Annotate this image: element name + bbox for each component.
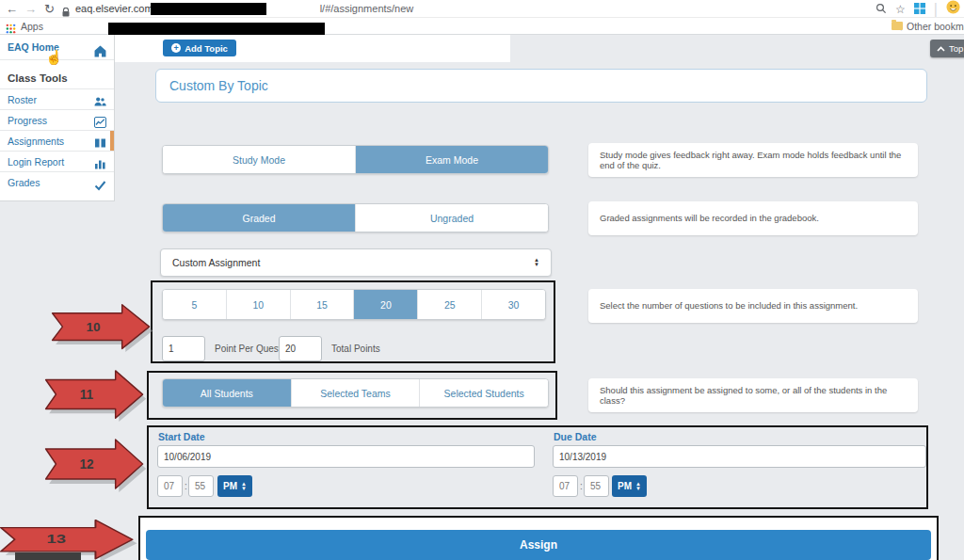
- start-date-label: Start Date: [158, 431, 205, 442]
- due-date-input[interactable]: 10/13/2019: [553, 445, 926, 468]
- question-count-toggle: 5 10 15 20 25 30: [162, 289, 546, 320]
- input-value: 20: [285, 344, 296, 354]
- help-label: Should this assignment be assigned to so…: [600, 385, 907, 407]
- add-topic-button[interactable]: + Add Topic: [163, 40, 236, 56]
- bookmark-star-icon[interactable]: ☆: [895, 3, 906, 16]
- profile-avatar[interactable]: [946, 0, 960, 18]
- apps-label[interactable]: Apps: [21, 21, 43, 32]
- line-chart-icon: [94, 114, 106, 126]
- all-students-option[interactable]: All Students: [163, 379, 292, 407]
- option-label: 30: [508, 299, 520, 311]
- time-separator: :: [185, 481, 187, 491]
- option-label: Exam Mode: [426, 154, 478, 166]
- question-count-option-5[interactable]: 5: [163, 290, 227, 319]
- extension-grid-icon[interactable]: [914, 1, 925, 18]
- help-label: Select the number of questions to be inc…: [600, 300, 858, 311]
- home-icon: [94, 41, 106, 54]
- annotation-arrow-12: 12: [42, 438, 148, 492]
- plus-icon: +: [171, 43, 181, 53]
- url-path-suffix: l/#/assignments/new: [320, 3, 414, 14]
- meridiem-caret-icon: ▲▼: [241, 482, 247, 491]
- option-label: Selected Students: [444, 388, 524, 399]
- point-per-question-input[interactable]: 1: [162, 336, 205, 361]
- start-hour-input[interactable]: 07: [157, 475, 183, 497]
- assign-button[interactable]: Assign: [146, 530, 931, 560]
- question-count-option-10[interactable]: 10: [227, 290, 291, 319]
- audience-help-text: Should this assignment be assigned to so…: [588, 378, 918, 412]
- back-icon[interactable]: ←: [6, 1, 18, 17]
- arrow-number: 11: [80, 386, 94, 402]
- assign-label: Assign: [520, 538, 557, 552]
- option-label: 10: [252, 299, 264, 311]
- sidebar-section-title: Class Tools: [0, 67, 114, 89]
- sidebar-item-roster[interactable]: Roster: [0, 89, 114, 110]
- users-icon: [94, 93, 106, 105]
- exam-mode-option[interactable]: Exam Mode: [356, 146, 548, 173]
- active-item-marker: [110, 131, 114, 151]
- start-date-input[interactable]: 10/06/2019: [157, 445, 535, 468]
- question-count-option-20[interactable]: 20: [354, 290, 418, 319]
- question-count-help-text: Select the number of questions to be inc…: [588, 289, 918, 323]
- study-mode-option[interactable]: Study Mode: [163, 146, 356, 173]
- bar-chart-icon: [94, 155, 106, 168]
- sidebar-item-grades[interactable]: Grades: [0, 172, 114, 193]
- due-date-label: Due Date: [554, 431, 597, 442]
- total-points-input[interactable]: 20: [279, 336, 322, 361]
- input-value: 10/13/2019: [559, 452, 606, 462]
- option-label: Graded: [242, 213, 275, 224]
- due-meridiem-toggle[interactable]: PM ▲▼: [612, 475, 647, 497]
- sidebar-item-progress[interactable]: Progress: [0, 110, 114, 131]
- input-value: 1: [169, 344, 174, 354]
- option-label: Study Mode: [233, 154, 285, 166]
- meridiem-caret-icon: ▲▼: [635, 482, 641, 491]
- redacted-bookmark: [108, 23, 325, 35]
- cursor-hand-icon: ☝: [45, 49, 63, 66]
- option-label: 20: [380, 299, 392, 311]
- arrow-number: 10: [86, 320, 100, 334]
- option-label: 15: [316, 299, 328, 311]
- bookmarks-bar: Apps | Other bookmarks: [0, 18, 964, 35]
- input-value: 55: [590, 481, 601, 491]
- sidebar-item-login-report[interactable]: Login Report: [0, 152, 114, 172]
- help-label: Graded assignments will be recorded in t…: [600, 213, 819, 223]
- selected-students-option[interactable]: Selected Students: [420, 379, 548, 407]
- question-count-option-30[interactable]: 30: [482, 290, 545, 319]
- search-icon[interactable]: [876, 1, 887, 18]
- chevron-up-icon: [937, 43, 945, 54]
- time-separator: :: [580, 481, 583, 491]
- page-title: Custom By Topic: [169, 78, 268, 93]
- question-count-option-15[interactable]: 15: [291, 290, 355, 319]
- arrow-number: 13: [47, 533, 67, 545]
- ungraded-option[interactable]: Ungraded: [356, 204, 548, 232]
- page-title-panel: Custom By Topic: [155, 69, 927, 103]
- screenshot-root: ← → ↻ eaq.elsevier.com/Courses/l/#/assig…: [0, 0, 964, 560]
- toolbar-divider: |: [934, 1, 938, 18]
- other-bookmarks-label[interactable]: Other bookmarks: [907, 21, 964, 32]
- start-minute-input[interactable]: 55: [188, 475, 214, 497]
- scroll-to-top-button[interactable]: Top: [930, 40, 964, 57]
- sidebar-item-label: Grades: [8, 172, 40, 193]
- selected-teams-option[interactable]: Selected Teams: [292, 379, 421, 407]
- sidebar-item-assignments[interactable]: Assignments: [0, 131, 114, 152]
- graded-option[interactable]: Graded: [163, 204, 356, 232]
- sidebar-section-label: Class Tools: [8, 67, 68, 89]
- forward-icon[interactable]: →: [24, 1, 37, 17]
- option-label: 5: [191, 299, 197, 311]
- option-label: Selected Teams: [320, 388, 391, 399]
- sidebar-item-label: Login Report: [8, 152, 64, 172]
- start-meridiem-toggle[interactable]: PM ▲▼: [217, 475, 252, 497]
- annotation-arrow-11: 11: [42, 369, 148, 422]
- meridiem-value: PM: [223, 481, 237, 491]
- assignment-type-select[interactable]: Custom Assignment ▲▼: [160, 248, 552, 277]
- sidebar-item-label: Assignments: [8, 131, 64, 152]
- help-label: Study mode gives feedback right away. Ex…: [600, 150, 907, 171]
- option-label: Ungraded: [430, 213, 474, 224]
- due-hour-input[interactable]: 07: [553, 475, 578, 497]
- question-count-option-25[interactable]: 25: [418, 290, 482, 319]
- due-minute-input[interactable]: 55: [584, 475, 609, 497]
- input-value: 07: [164, 481, 174, 491]
- assignment-type-value: Custom Assignment: [172, 257, 260, 268]
- sidebar-item-label: Roster: [8, 89, 37, 110]
- total-points-label: Total Points: [331, 344, 380, 354]
- reload-icon[interactable]: ↻: [44, 1, 55, 17]
